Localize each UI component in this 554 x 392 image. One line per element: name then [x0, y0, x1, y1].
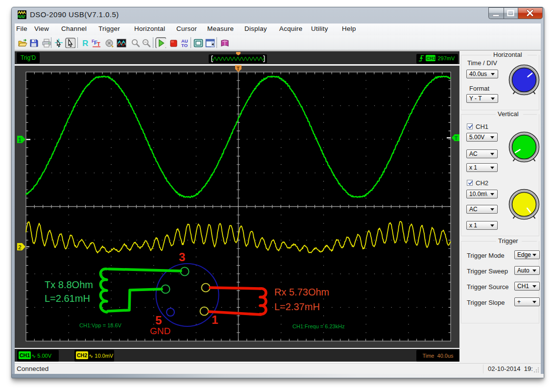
- svg-text:2: 2: [18, 244, 22, 251]
- svg-text:TO: TO: [181, 43, 188, 48]
- svg-text:L=2.37mH: L=2.37mH: [274, 301, 320, 312]
- svg-text:297mV: 297mV: [438, 55, 456, 61]
- svg-text:CH1:Frequ = 6.23kHz: CH1:Frequ = 6.23kHz: [292, 323, 345, 329]
- svg-text:Tx 8.8Ohm: Tx 8.8Ohm: [45, 279, 93, 290]
- svg-text:T: T: [97, 41, 100, 47]
- svg-text:5: 5: [155, 314, 162, 327]
- svg-text:T: T: [237, 66, 240, 72]
- svg-text:CH1:Vpp = 18.6V: CH1:Vpp = 18.6V: [79, 322, 122, 328]
- svg-text:L=2.61mH: L=2.61mH: [45, 293, 90, 304]
- svg-text:CH1: CH1: [427, 55, 436, 61]
- svg-text:1: 1: [212, 313, 218, 326]
- svg-text:3: 3: [179, 250, 185, 264]
- svg-text:1: 1: [18, 137, 22, 144]
- svg-text:R: R: [82, 39, 88, 48]
- svg-text:Rx 5.73Ohm: Rx 5.73Ohm: [274, 287, 329, 297]
- svg-text:GND: GND: [150, 326, 170, 336]
- svg-text:T: T: [455, 136, 458, 141]
